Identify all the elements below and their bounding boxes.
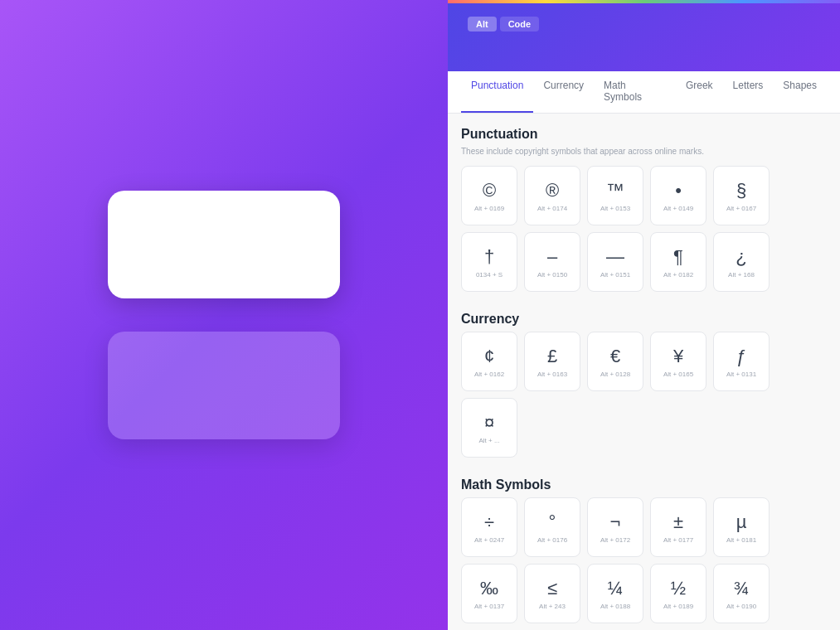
symbol-card[interactable]: ¶Alt + 0182 [650, 232, 706, 292]
punctuation-title: Punctuation [461, 127, 827, 142]
symbol-char: ¶ [673, 246, 683, 268]
tab-greek[interactable]: Greek [676, 71, 723, 113]
section-math: Math Symbols ÷Alt + 0247°Alt + 0176¬Alt … [448, 464, 840, 630]
symbol-code: Alt + 0190 [726, 603, 756, 610]
symbol-code: Alt + 0153 [600, 205, 630, 212]
symbol-char: ¬ [610, 511, 621, 533]
symbol-char: • [675, 180, 682, 201]
symbol-card[interactable]: €Alt + 0128 [587, 332, 643, 391]
symbol-char: ¾ [734, 578, 749, 599]
content-area[interactable]: Punctuation Currency Math Symbols Greek … [448, 71, 840, 630]
alt-key [108, 191, 340, 298]
symbol-code: Alt + 0189 [663, 603, 693, 610]
symbol-code: Alt + 0128 [600, 371, 630, 378]
symbol-code: Alt + 0247 [474, 536, 504, 544]
symbol-card[interactable]: µAlt + 0181 [713, 497, 770, 557]
symbol-card[interactable]: ¾Alt + 0190 [713, 564, 770, 623]
symbol-char: ÷ [484, 511, 494, 533]
symbol-card[interactable]: †0134 + S [461, 232, 517, 292]
symbol-code: Alt + 0181 [726, 536, 756, 544]
symbol-char: € [610, 346, 620, 367]
symbol-code: Alt + 0162 [474, 371, 504, 378]
header: Alt Code [448, 3, 840, 71]
symbol-char: † [484, 246, 494, 268]
currency-title: Currency [461, 312, 827, 327]
symbol-char: § [736, 180, 746, 201]
symbol-code: Alt + 168 [728, 271, 755, 279]
symbol-char: ‰ [480, 578, 498, 599]
symbol-card[interactable]: ‰Alt + 0137 [461, 564, 517, 623]
symbol-card[interactable]: §Alt + 0167 [713, 166, 770, 225]
symbol-char: — [606, 246, 624, 268]
tab-currency[interactable]: Currency [533, 71, 594, 113]
symbol-card[interactable]: ™Alt + 0153 [587, 166, 643, 225]
symbol-char: © [483, 180, 496, 201]
symbol-card[interactable]: ≤Alt + 243 [524, 564, 580, 623]
punctuation-desc: These include copyright symbols that app… [461, 147, 827, 156]
tab-math-symbols[interactable]: Math Symbols [594, 71, 676, 113]
symbol-char: ¤ [484, 412, 494, 434]
symbol-char: µ [736, 511, 747, 533]
symbol-code: Alt + 0163 [537, 371, 567, 378]
math-grid: ÷Alt + 0247°Alt + 0176¬Alt + 0172±Alt + … [461, 497, 827, 623]
symbol-code: Alt + 0176 [537, 536, 567, 544]
symbol-char: ¥ [673, 346, 683, 367]
symbol-card[interactable]: ƒAlt + 0131 [713, 332, 770, 391]
section-currency: Currency ¢Alt + 0162£Alt + 0163€Alt + 01… [448, 298, 840, 464]
symbol-card[interactable]: –Alt + 0150 [524, 232, 580, 292]
nav-tabs: Punctuation Currency Math Symbols Greek … [448, 71, 840, 114]
tab-shapes[interactable]: Shapes [773, 71, 827, 113]
currency-grid: ¢Alt + 0162£Alt + 0163€Alt + 0128¥Alt + … [461, 332, 827, 458]
symbol-code: Alt + 0188 [600, 603, 630, 610]
symbol-char: – [547, 246, 557, 268]
left-panel [0, 0, 448, 630]
symbol-card[interactable]: °Alt + 0176 [524, 497, 580, 557]
symbol-card[interactable]: ÷Alt + 0247 [461, 497, 517, 557]
symbol-code: Alt + 0131 [726, 371, 756, 378]
symbol-card[interactable]: •Alt + 0149 [650, 166, 706, 225]
symbol-char: ™ [606, 180, 624, 201]
punctuation-grid: ©Alt + 0169®Alt + 0174™Alt + 0153•Alt + … [461, 166, 827, 292]
header-tab-alt[interactable]: Alt [468, 17, 497, 32]
header-tab-code[interactable]: Code [500, 17, 540, 32]
right-panel: Alt Code Punctuation Currency Math Symbo… [448, 0, 840, 630]
math-title: Math Symbols [461, 477, 827, 492]
symbol-card[interactable]: ±Alt + 0177 [650, 497, 706, 557]
symbol-char: ¢ [484, 346, 494, 367]
symbol-code: Alt + 0169 [474, 205, 504, 212]
code-key [108, 332, 340, 439]
symbol-char: ≤ [547, 578, 557, 599]
symbol-char: ¿ [736, 246, 746, 268]
symbol-code: Alt + 0137 [474, 603, 504, 610]
symbol-card[interactable]: ®Alt + 0174 [524, 166, 580, 225]
symbol-card[interactable]: ¿Alt + 168 [713, 232, 770, 292]
symbol-code: Alt + 0172 [600, 536, 630, 544]
symbol-char: ¼ [608, 578, 623, 599]
symbol-char: ½ [671, 578, 686, 599]
symbol-code: Alt + ... [478, 437, 499, 444]
section-punctuation: Punctuation These include copyright symb… [448, 114, 840, 298]
symbol-char: £ [547, 346, 557, 367]
symbol-char: ° [549, 511, 556, 533]
symbol-card[interactable]: ¼Alt + 0188 [587, 564, 643, 623]
symbol-code: Alt + 0174 [537, 205, 567, 212]
symbol-card[interactable]: ¢Alt + 0162 [461, 332, 517, 391]
symbol-card[interactable]: ¥Alt + 0165 [650, 332, 706, 391]
symbol-code: Alt + 0177 [663, 536, 693, 544]
symbol-code: Alt + 0151 [600, 271, 630, 279]
symbol-card[interactable]: £Alt + 0163 [524, 332, 580, 391]
symbol-card[interactable]: ½Alt + 0189 [650, 564, 706, 623]
symbol-card[interactable]: ¤Alt + ... [461, 398, 517, 458]
symbol-card[interactable]: —Alt + 0151 [587, 232, 643, 292]
symbol-card[interactable]: ©Alt + 0169 [461, 166, 517, 225]
symbol-char: ± [673, 511, 683, 533]
symbol-char: ® [546, 180, 559, 201]
symbol-char: ƒ [736, 346, 746, 367]
symbol-code: 0134 + S [476, 271, 503, 279]
symbol-code: Alt + 0149 [663, 205, 693, 212]
symbol-code: Alt + 0150 [537, 271, 567, 279]
symbol-card[interactable]: ¬Alt + 0172 [587, 497, 643, 557]
tab-punctuation[interactable]: Punctuation [461, 71, 533, 113]
symbol-code: Alt + 0167 [726, 205, 756, 212]
tab-letters[interactable]: Letters [723, 71, 774, 113]
